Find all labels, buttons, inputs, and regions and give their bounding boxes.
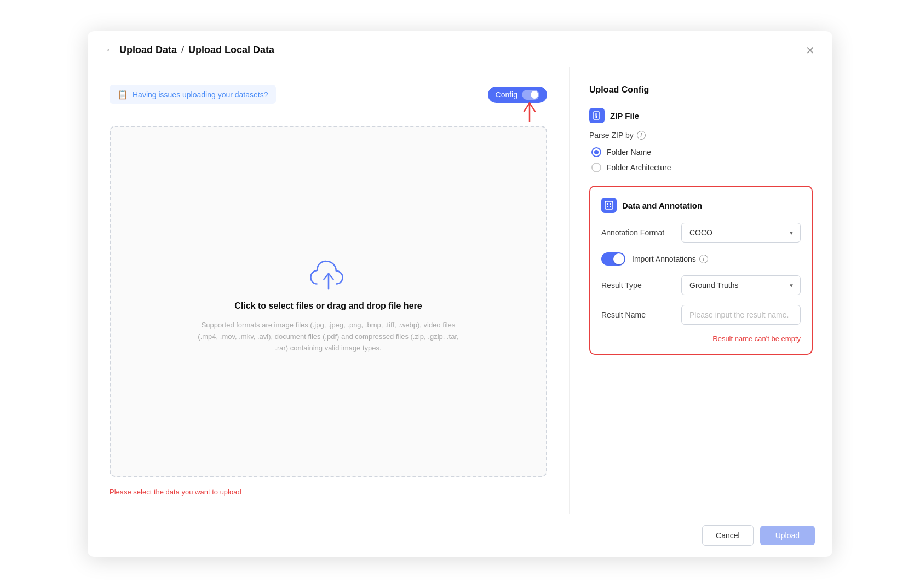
upload-error-text: Please select the data you want to uploa…	[110, 488, 547, 496]
help-link[interactable]: 📋 Having issues uploading your datasets?	[110, 85, 276, 104]
svg-rect-9	[610, 206, 611, 207]
modal-title: ← Upload Data / Upload Local Data	[105, 44, 274, 56]
result-name-validation-error: Result name can't be empty	[601, 335, 801, 343]
import-annotations-label: Import Annotations i	[632, 255, 708, 263]
import-annotations-info-icon[interactable]: i	[699, 255, 708, 263]
upload-main-text: Click to select files or drag and drop f…	[234, 301, 422, 311]
upload-button[interactable]: Upload	[760, 526, 815, 545]
svg-rect-7	[607, 206, 608, 207]
zip-section: ZIP File Parse ZIP by i Folder Name Fold…	[589, 108, 813, 172]
upload-modal: ← Upload Data / Upload Local Data ✕ 📋 Ha…	[88, 31, 832, 557]
svg-rect-4	[596, 116, 597, 118]
breadcrumb-separator: /	[181, 44, 184, 56]
annotation-format-row: Annotation Format COCO YOLO Pascal VOC	[601, 223, 801, 243]
import-annotations-toggle[interactable]	[601, 252, 625, 266]
svg-rect-8	[610, 203, 611, 205]
modal-body: 📋 Having issues uploading your datasets?…	[88, 67, 832, 514]
annotation-format-select[interactable]: COCO YOLO Pascal VOC	[681, 223, 801, 243]
result-type-label: Result Type	[601, 281, 672, 290]
upload-cloud-icon	[309, 260, 348, 292]
radio-folder-architecture[interactable]: Folder Architecture	[591, 163, 813, 172]
radio-folder-name-label: Folder Name	[607, 148, 651, 157]
help-text: Having issues uploading your datasets?	[133, 90, 268, 99]
parse-zip-info-icon[interactable]: i	[637, 131, 646, 140]
import-annotations-row: Import Annotations i	[601, 252, 801, 266]
result-type-select[interactable]: Ground Truths Predictions	[681, 275, 801, 295]
breadcrumb-part2: Upload Local Data	[188, 44, 274, 56]
annotation-icon	[601, 198, 617, 213]
config-title: Upload Config	[589, 85, 813, 95]
svg-rect-6	[607, 203, 608, 205]
top-bar: 📋 Having issues uploading your datasets?…	[110, 85, 547, 104]
radio-folder-name-input[interactable]	[591, 147, 601, 157]
annotation-format-label: Annotation Format	[601, 228, 672, 237]
result-type-select-wrapper: Ground Truths Predictions	[681, 275, 801, 295]
zip-section-label: ZIP File	[610, 111, 639, 120]
annotation-section-header: Data and Annotation	[601, 198, 801, 213]
modal-footer: Cancel Upload	[88, 514, 832, 557]
parse-zip-label: Parse ZIP by i	[589, 131, 813, 140]
result-name-label: Result Name	[601, 310, 672, 319]
svg-rect-5	[605, 201, 613, 209]
radio-folder-architecture-input[interactable]	[591, 163, 601, 172]
annotation-section-label: Data and Annotation	[622, 201, 702, 210]
result-type-row: Result Type Ground Truths Predictions	[601, 275, 801, 295]
zip-icon	[589, 108, 605, 123]
annotation-section: Data and Annotation Annotation Format CO…	[589, 186, 813, 355]
radio-folder-name[interactable]: Folder Name	[591, 147, 813, 157]
result-name-input[interactable]	[681, 305, 801, 325]
close-button[interactable]: ✕	[806, 45, 815, 56]
radio-folder-architecture-label: Folder Architecture	[607, 163, 671, 172]
back-button[interactable]: ←	[105, 44, 115, 56]
config-label: Config	[496, 90, 518, 99]
zip-section-header: ZIP File	[589, 108, 813, 123]
annotation-format-select-wrapper: COCO YOLO Pascal VOC	[681, 223, 801, 243]
breadcrumb-part1: Upload Data	[119, 44, 177, 56]
right-panel: Upload Config ZIP File Parse	[570, 67, 832, 514]
modal-header: ← Upload Data / Upload Local Data ✕	[88, 31, 832, 67]
parse-zip-radio-group: Folder Name Folder Architecture	[589, 147, 813, 172]
cancel-button[interactable]: Cancel	[702, 525, 754, 546]
help-icon: 📋	[117, 89, 128, 100]
upload-area[interactable]: Click to select files or drag and drop f…	[110, 126, 547, 477]
upload-sub-text: Supported formats are image files (.jpg,…	[197, 320, 460, 354]
left-panel: 📋 Having issues uploading your datasets?…	[88, 67, 570, 514]
result-name-row: Result Name	[601, 305, 801, 325]
config-toggle-switch	[522, 90, 539, 100]
